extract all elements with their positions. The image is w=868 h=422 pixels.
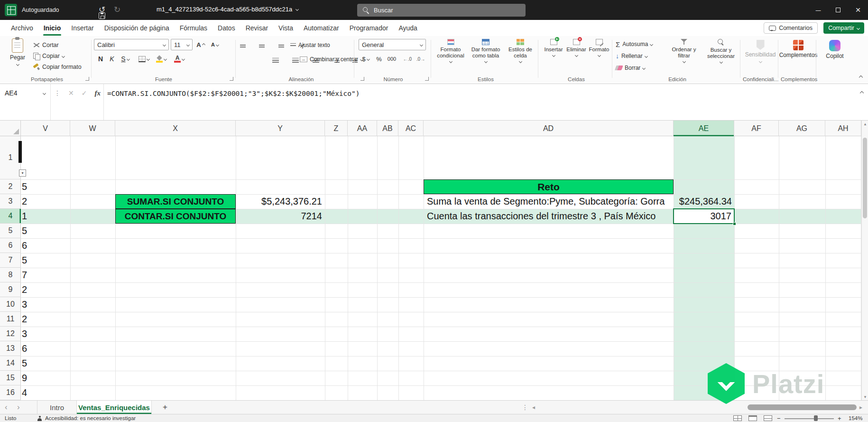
menu-tab-archivo[interactable]: Archivo — [6, 20, 38, 36]
enter-icon[interactable]: ✓ — [82, 89, 87, 97]
close-button[interactable]: × — [848, 0, 868, 20]
row-header-1[interactable]: 1 — [0, 136, 21, 179]
add-sheet-button[interactable]: + — [159, 402, 171, 413]
column-header-AB[interactable]: AB — [377, 121, 398, 136]
grow-font-button[interactable]: A — [194, 39, 207, 50]
sheet-tab-ventas-enriquecidas[interactable]: Ventas_Enriquecidas — [77, 401, 152, 414]
cell-styles-button[interactable]: Estilos de celda — [504, 39, 537, 63]
cell-Y3[interactable]: $5,243,376.21 — [236, 194, 325, 209]
row-header-9[interactable]: 9 — [0, 282, 21, 297]
column-header-AA[interactable]: AA — [348, 121, 377, 136]
minimize-button[interactable]: ─ — [808, 0, 828, 20]
font-color-button[interactable]: A — [172, 53, 187, 65]
thousands-format-button[interactable]: 000 — [385, 53, 398, 65]
dialog-launcher-font[interactable] — [230, 77, 233, 81]
ribbon-collapse-icon[interactable] — [859, 75, 863, 79]
column-header-AC[interactable]: AC — [398, 121, 424, 136]
view-normal-button[interactable] — [733, 414, 742, 422]
column-header-Y[interactable]: Y — [236, 121, 325, 136]
currency-format-button[interactable]: $ — [360, 53, 372, 65]
borders-button[interactable] — [137, 53, 151, 65]
undo-icon[interactable]: ↺ — [99, 6, 105, 14]
row-header-11[interactable]: 11 — [0, 312, 21, 327]
comments-button[interactable]: Comentarios — [764, 22, 818, 34]
sheet-tab-intro[interactable]: Intro — [37, 401, 77, 414]
search-input[interactable]: Buscar — [357, 4, 526, 17]
cell-Y4[interactable]: 7214 — [236, 209, 325, 224]
column-header-AF[interactable]: AF — [734, 121, 779, 136]
copy-button[interactable]: Copiar — [33, 51, 65, 61]
addins-button[interactable]: Complementos — [782, 40, 815, 59]
font-name-select[interactable]: Calibri — [94, 39, 169, 50]
cell-AD4[interactable]: Cuenta las transacciones del trimestre 3… — [424, 209, 674, 224]
clear-button[interactable]: Borrar — [616, 63, 645, 73]
sheet-nav-next-icon[interactable]: › — [17, 401, 20, 414]
increase-decimal-button[interactable]: ←.0 — [401, 53, 414, 65]
align-bottom-icon[interactable] — [278, 45, 284, 48]
shrink-font-button[interactable]: A — [209, 39, 221, 50]
share-button[interactable]: Compartir — [823, 22, 864, 34]
column-header-W[interactable]: W — [70, 121, 115, 136]
scroll-down-icon[interactable]: ▾ — [862, 394, 868, 399]
row-header-4[interactable]: 4 — [0, 209, 21, 224]
cut-button[interactable]: Cortar — [33, 40, 59, 50]
menu-tab-programador[interactable]: Programador — [344, 20, 394, 36]
copilot-button[interactable]: Copilot — [821, 40, 849, 60]
underline-button[interactable]: S — [119, 53, 132, 65]
wrap-text-button[interactable]: Ajustar texto — [290, 40, 330, 50]
decrease-decimal-button[interactable]: .0→ — [415, 53, 427, 65]
row-header-14[interactable]: 14 — [0, 356, 21, 371]
insert-cells-button[interactable]: Insertar — [543, 39, 564, 56]
align-top-icon[interactable] — [240, 45, 246, 48]
gripper-icon[interactable]: ⋮ — [54, 89, 61, 97]
formula-input[interactable]: =CONTAR.SI.CONJUNTO($F$2:$F$20001;"3";$K… — [107, 90, 360, 97]
sheet-nav-prev-icon[interactable]: ‹ — [5, 401, 8, 414]
menu-tab-datos[interactable]: Datos — [212, 20, 240, 36]
align-center-icon[interactable] — [292, 58, 299, 63]
column-header-V[interactable]: V — [21, 121, 70, 136]
row-header-10[interactable]: 10 — [0, 297, 21, 312]
dialog-launcher-clipboard[interactable] — [85, 77, 89, 81]
cancel-icon[interactable]: ✕ — [68, 89, 74, 97]
view-page-layout-button[interactable] — [748, 414, 757, 422]
accessibility-status[interactable]: Accesibilidad: es necesario investigar — [37, 414, 136, 422]
column-header-AG[interactable]: AG — [779, 121, 825, 136]
row-header-6[interactable]: 6 — [0, 238, 21, 253]
tab-splitter-icon[interactable]: ⋮ — [522, 401, 528, 414]
cell-X4[interactable]: CONTAR.SI CONJUNTO — [115, 209, 236, 224]
worksheet[interactable]: ▾ 5 2 1 5 6 5 7 2 3 2 3 6 5 9 4 SUMAR.SI… — [21, 136, 861, 400]
fill-handle[interactable] — [733, 222, 736, 225]
column-header-AD[interactable]: AD — [424, 121, 674, 136]
maximize-button[interactable] — [828, 0, 848, 20]
menu-tab-vista[interactable]: Vista — [273, 20, 298, 36]
column-header-AH[interactable]: AH — [825, 121, 861, 136]
vertical-scrollbar-thumb[interactable] — [863, 138, 867, 218]
fill-color-button[interactable] — [154, 53, 169, 65]
row-header-12[interactable]: 12 — [0, 327, 21, 341]
fill-button[interactable]: ↓ Rellenar — [616, 51, 647, 61]
row-header-8[interactable]: 8 — [0, 268, 21, 282]
sort-filter-button[interactable]: Ordenar y filtrar — [667, 39, 701, 63]
active-cell-AE4[interactable]: 3017 — [673, 208, 735, 224]
zoom-level[interactable]: 154% — [849, 414, 862, 422]
menu-tab-ayuda[interactable]: Ayuda — [393, 20, 422, 36]
zoom-out-button[interactable]: − — [777, 414, 781, 422]
zoom-slider[interactable] — [785, 418, 834, 419]
cell-AE3[interactable]: $245,364.34 — [674, 194, 734, 209]
autosum-button[interactable]: Σ Autosuma — [616, 39, 653, 49]
menu-tab-insertar[interactable]: Insertar — [66, 20, 99, 36]
scroll-up-icon[interactable]: ▴ — [862, 122, 868, 126]
row-header-15[interactable]: 15 — [0, 371, 21, 385]
format-as-table-button[interactable]: Dar formato como tabla — [469, 39, 503, 63]
autofilter-button[interactable]: ▾ — [19, 169, 26, 177]
menu-tab-inicio[interactable]: Inicio — [38, 20, 66, 36]
column-header-AE[interactable]: AE — [674, 121, 734, 136]
zoom-in-button[interactable]: + — [838, 414, 841, 422]
percent-format-button[interactable]: % — [375, 53, 383, 65]
excel-app-icon[interactable] — [5, 4, 17, 16]
paste-button[interactable]: Pegar — [5, 38, 30, 66]
row-header-7[interactable]: 7 — [0, 253, 21, 268]
bold-button[interactable]: N — [96, 53, 105, 65]
menu-tab-automatizar[interactable]: Automatizar — [298, 20, 344, 36]
font-size-select[interactable]: 11 — [171, 39, 193, 50]
